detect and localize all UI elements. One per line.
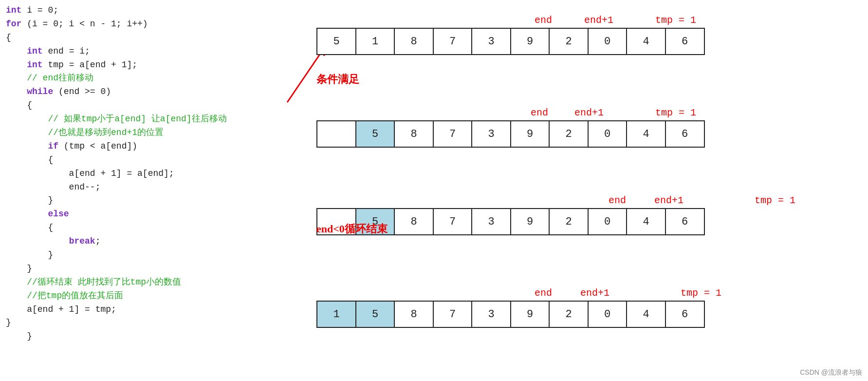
- code-line-20: }: [6, 262, 247, 276]
- arr4-cell-2: 8: [394, 301, 434, 328]
- arr2-cell-0: [316, 120, 356, 148]
- code-line-9: // 如果tmp小于a[end] 让a[end]往后移动: [6, 113, 247, 126]
- arr3-cells: 5 8 7 3 9 2 0 4 6: [316, 208, 868, 235]
- arr2-cell-8: 4: [626, 120, 666, 148]
- arr1-cell-3: 7: [433, 28, 473, 55]
- arr2-cell-7: 0: [588, 120, 628, 148]
- arr4-label-tmp: tmp = 1: [681, 287, 721, 299]
- arr2-cell-4: 3: [471, 120, 511, 148]
- arr1-cell-5: 9: [510, 28, 550, 55]
- arr1-cell-6: 2: [549, 28, 589, 55]
- code-line-25: }: [6, 330, 247, 343]
- code-line-21: //循环结束 此时找到了比tmp小的数值: [6, 276, 247, 289]
- arr2-cell-1: 5: [355, 120, 395, 148]
- code-line-16: else: [6, 208, 247, 221]
- arr1-cell-7: 0: [588, 28, 628, 55]
- code-line-12: {: [6, 153, 247, 167]
- arr4-cell-3: 7: [433, 301, 473, 328]
- arr3-labels: end end+1 tmp = 1: [316, 195, 868, 206]
- arr2-cell-3: 7: [433, 120, 473, 148]
- arr1-cell-8: 4: [626, 28, 666, 55]
- code-line-19: }: [6, 248, 247, 262]
- cond-label-1: 条件满足: [316, 72, 359, 87]
- arr4-label-end1: end+1: [580, 287, 609, 299]
- arr3-cell-2: 8: [394, 208, 434, 235]
- arr1-label-tmp: tmp = 1: [655, 15, 696, 26]
- code-line-7: while (end >= 0): [6, 85, 247, 99]
- code-line-11: if (tmp < a[end]): [6, 140, 247, 153]
- arr3-cell-8: 4: [626, 208, 666, 235]
- arr1-label-end: end: [535, 15, 552, 26]
- code-line-18: break;: [6, 235, 247, 248]
- array-row-3-container: end end+1 tmp = 1 5 8 7 3 9 2 0 4 6: [316, 195, 868, 235]
- code-line-4: int end = i;: [6, 45, 247, 58]
- watermark: CSDN @流浪者与狼: [800, 368, 862, 377]
- arr3-cell-7: 0: [588, 208, 628, 235]
- arr2-cell-5: 9: [510, 120, 550, 148]
- arr2-label-end1: end+1: [574, 107, 604, 118]
- array-row-4-container: end end+1 tmp = 1 1 5 8 7 3 9 2 0 4 6: [316, 287, 868, 328]
- arr2-labels: end end+1 tmp = 1: [316, 107, 868, 118]
- arr3-label-end1: end+1: [654, 195, 683, 206]
- arr4-cells: 1 5 8 7 3 9 2 0 4 6: [316, 301, 868, 328]
- arr3-cell-3: 7: [433, 208, 473, 235]
- arr4-cell-4: 3: [471, 301, 511, 328]
- array-row-2-container: end end+1 tmp = 1 5 8 7 3 9 2 0 4 6: [316, 107, 868, 148]
- arr4-cell-9: 6: [665, 301, 705, 328]
- arr1-label-end1: end+1: [584, 15, 613, 26]
- code-line-22: //把tmp的值放在其后面: [6, 289, 247, 303]
- diagram-section: end end+1 tmp = 1 5 1 8 7 3 9 2 0 4 6 en…: [253, 0, 868, 381]
- arr4-cell-0: 1: [316, 301, 356, 328]
- arr1-labels: end end+1 tmp = 1: [316, 15, 868, 26]
- code-line-14: end--;: [6, 181, 247, 194]
- code-line-5: int tmp = a[end + 1];: [6, 58, 247, 72]
- arr4-labels: end end+1 tmp = 1: [316, 287, 868, 299]
- code-line-24: }: [6, 316, 247, 330]
- arr1-cell-4: 3: [471, 28, 511, 55]
- arr2-cell-6: 2: [549, 120, 589, 148]
- arr3-label-end: end: [609, 195, 626, 206]
- arr2-label-end: end: [531, 107, 548, 118]
- arr4-cell-5: 9: [510, 301, 550, 328]
- code-line-6: // end往前移动: [6, 72, 247, 85]
- code-line-23: a[end + 1] = tmp;: [6, 303, 247, 317]
- arr4-cell-1: 5: [355, 301, 395, 328]
- code-line-1: int i = 0;: [6, 4, 247, 18]
- arr4-cell-6: 2: [549, 301, 589, 328]
- arr1-cells: 5 1 8 7 3 9 2 0 4 6: [316, 28, 868, 55]
- code-section: int i = 0; for (i = 0; i < n - 1; i++) {…: [0, 0, 253, 347]
- array-row-1-container: end end+1 tmp = 1 5 1 8 7 3 9 2 0 4 6: [316, 15, 868, 55]
- code-line-8: {: [6, 99, 247, 113]
- arr4-cell-7: 0: [588, 301, 628, 328]
- code-line-2: for (i = 0; i < n - 1; i++): [6, 18, 247, 31]
- arr3-label-tmp: tmp = 1: [755, 195, 795, 206]
- arr4-cell-8: 4: [626, 301, 666, 328]
- arr2-label-tmp: tmp = 1: [655, 107, 696, 118]
- arr1-cell-0: 5: [316, 28, 356, 55]
- arr3-cell-4: 3: [471, 208, 511, 235]
- code-line-17: {: [6, 221, 247, 235]
- arr2-cells: 5 8 7 3 9 2 0 4 6: [316, 120, 868, 148]
- arr1-cell-2: 8: [394, 28, 434, 55]
- arr3-cell-9: 6: [665, 208, 705, 235]
- arr1-cell-1: 1: [355, 28, 395, 55]
- code-line-3: {: [6, 31, 247, 45]
- arr3-cell-5: 9: [510, 208, 550, 235]
- code-line-10: //也就是移动到end+1的位置: [6, 126, 247, 140]
- arr3-cell-6: 2: [549, 208, 589, 235]
- code-line-15: }: [6, 194, 247, 208]
- arr2-cell-9: 6: [665, 120, 705, 148]
- arr1-cell-9: 6: [665, 28, 705, 55]
- cond-label-2: end<0循环结束: [316, 222, 388, 236]
- code-line-13: a[end + 1] = a[end];: [6, 167, 247, 181]
- arr4-label-end: end: [535, 287, 552, 299]
- arr2-cell-2: 8: [394, 120, 434, 148]
